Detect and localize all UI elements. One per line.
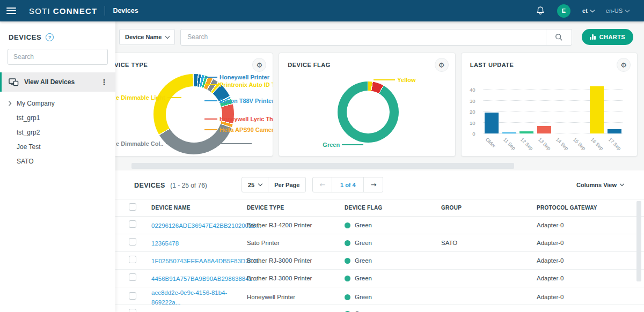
bar-11-sep xyxy=(502,132,516,133)
callout-label: e Dimmable Light xyxy=(116,94,165,101)
kebab-menu-icon[interactable]: ⋮ xyxy=(98,78,110,86)
device-type-cell: Brother RJ-4200 Printer xyxy=(247,222,345,228)
bar-chart-icon xyxy=(590,34,596,40)
row-checkbox[interactable] xyxy=(129,256,136,263)
callout-leader-line xyxy=(204,118,217,120)
devices-table-panel: DEVICES (1 - 25 of 76) 25 Per Page ← 1 o… xyxy=(115,170,644,312)
chevron-right-icon[interactable] xyxy=(7,101,11,105)
x-axis-tick: 16 Sep xyxy=(590,137,604,151)
sidebar-item-sato[interactable]: SATO xyxy=(0,154,115,168)
donut-callout: Hella APS90 Camera xyxy=(204,127,273,133)
column-header-device-type[interactable]: DEVICE TYPE xyxy=(247,205,345,211)
protocol-gateway-cell: Adapter-0 xyxy=(537,294,644,300)
donut-callout: Epson T88V Printer xyxy=(204,98,273,104)
row-checkbox[interactable] xyxy=(129,273,136,281)
brand-connect: CONNECT xyxy=(53,6,98,16)
callout-leader-line xyxy=(204,77,217,78)
table-record-count: (1 - 25 of 76) xyxy=(170,182,207,189)
bar-12-sep xyxy=(519,131,533,133)
device-name-link[interactable]: 12365478 xyxy=(151,240,179,247)
table-row[interactable]: 1F025B0743EEEAA8A4DB5F83D2CD...Brother R… xyxy=(115,252,644,270)
column-header-device-flag[interactable]: DEVICE FLAG xyxy=(345,205,441,211)
device-name-link[interactable]: 1F025B0743EEEAA8A4DB5F83D2CD... xyxy=(151,258,263,264)
prev-page-button[interactable]: ← xyxy=(313,177,332,192)
gear-icon[interactable]: ⚙ xyxy=(252,58,266,72)
device-name-link[interactable]: 4456B91A757BA9B90AB298638841... xyxy=(151,276,258,282)
last-update-card: LAST UPDATE ⚙ 010203040Older11 Sep12 Sep… xyxy=(461,53,638,157)
protocol-gateway-cell: Adapter-0 xyxy=(537,257,644,264)
gear-icon[interactable]: ⚙ xyxy=(617,58,631,72)
flag-dot-icon xyxy=(345,258,350,264)
user-menu[interactable]: et xyxy=(582,8,594,14)
column-header-group[interactable]: GROUP xyxy=(441,205,537,211)
card-title-last-update: LAST UPDATE xyxy=(470,62,514,68)
search-submit-button[interactable] xyxy=(546,29,572,45)
column-header-protocol-gateway[interactable]: PROTOCOL GATEWAY xyxy=(537,205,644,211)
table-row[interactable]: 12365478Sato PrinterGreenSATOAdapter-0 xyxy=(115,234,644,252)
donut-callout: Printronix Auto ID T.. xyxy=(204,81,273,88)
group-cell: SATO xyxy=(441,240,537,246)
row-checkbox[interactable] xyxy=(129,292,136,300)
x-axis-tick: 13 Sep xyxy=(537,137,552,151)
avatar[interactable]: E xyxy=(557,4,570,18)
tree-item-label: My Company xyxy=(17,100,55,107)
device-type-cell: Brother RJ-3000 Printer xyxy=(247,275,345,281)
column-header-device-name[interactable]: DEVICE NAME xyxy=(151,205,247,211)
hamburger-menu-icon[interactable] xyxy=(6,8,16,14)
columns-view-label: Columns View xyxy=(576,182,617,188)
device-flag-card: DEVICE FLAG ⚙ YellowGreen xyxy=(279,53,455,157)
callout-leader-line xyxy=(204,129,217,130)
flag-label: Green xyxy=(355,240,372,246)
tree-item-label: tst_grp1 xyxy=(17,114,40,122)
donut-callout: Honeywell Lyric The.. xyxy=(204,116,273,122)
donut-hole xyxy=(347,91,390,133)
help-icon[interactable]: ? xyxy=(46,33,54,41)
filter-dropdown-value: Device Name xyxy=(125,34,162,40)
next-page-button[interactable]: → xyxy=(363,177,383,192)
sidebar: DEVICES ? View All Devices ⋮ My Companyt… xyxy=(0,21,115,312)
language-menu[interactable]: en-US xyxy=(606,8,629,14)
vertical-scrollbar[interactable] xyxy=(636,201,641,281)
flag-label: Green xyxy=(355,275,372,281)
x-axis-tick: 15 Sep xyxy=(572,137,587,151)
columns-view-button[interactable]: Columns View xyxy=(576,182,624,188)
callout-leader-line xyxy=(204,100,217,101)
flag-dot-icon xyxy=(345,240,350,246)
sidebar-item-my-company[interactable]: My Company xyxy=(0,96,115,110)
table-row[interactable]: 4456B91A757BA9B90AB298638841...Brother R… xyxy=(115,270,644,287)
filter-dropdown[interactable]: Device Name xyxy=(119,29,175,45)
last-update-bar-chart: 010203040Older11 Sep12 Sep13 Sep14 Sep15… xyxy=(483,84,623,133)
x-axis-tick: 12 Sep xyxy=(519,137,534,151)
sidebar-item-tst-grp1[interactable]: tst_grp1 xyxy=(0,110,115,125)
per-page-value: 25 xyxy=(248,182,254,188)
sidebar-search-input[interactable] xyxy=(8,49,108,65)
language-label: en-US xyxy=(606,8,623,14)
table-row[interactable]: acc8dd2e-0e9c-4156-81b4-869222a...Honeyw… xyxy=(115,287,644,305)
sidebar-item-joe-test[interactable]: Joe Test xyxy=(0,139,115,154)
table-row[interactable]: 02296126ADE36947E42BB2102002B...Brother … xyxy=(115,217,644,234)
sidebar-item-tst-grp2[interactable]: tst_grp2 xyxy=(0,125,115,139)
sidebar-item-view-all-devices[interactable]: View All Devices ⋮ xyxy=(0,72,115,92)
protocol-gateway-cell: Adapter-0 xyxy=(537,275,644,281)
device-name-link[interactable]: acc8dd2e-0e9c-4156-81b4-869222a... xyxy=(151,289,227,306)
callout-label: Honeywell Printer xyxy=(219,74,269,80)
device-name-link[interactable]: 02296126ADE36947E42BB2102002B... xyxy=(151,222,261,229)
charts-button[interactable]: CHARTS xyxy=(582,29,633,45)
row-checkbox[interactable] xyxy=(129,309,136,312)
search-input[interactable] xyxy=(181,29,546,45)
callout-leader-line xyxy=(342,144,363,145)
notifications-bell-icon[interactable] xyxy=(536,6,545,16)
bar-column: Older xyxy=(483,84,501,133)
row-checkbox[interactable] xyxy=(129,238,136,246)
per-page-select[interactable]: 25 Per Page xyxy=(241,177,306,192)
row-checkbox[interactable] xyxy=(129,220,136,228)
chevron-down-icon xyxy=(590,8,595,12)
select-all-checkbox[interactable] xyxy=(129,203,136,211)
y-axis-tick: 20 xyxy=(470,109,475,115)
gear-icon[interactable]: ⚙ xyxy=(435,58,449,72)
topbar: SOTI CONNECT Devices E et en-US xyxy=(0,0,644,21)
donut-callout: e Dimmable Col.. xyxy=(116,140,252,147)
horizontal-scrollbar[interactable] xyxy=(131,163,514,169)
donut-callout: e Dimmable Light xyxy=(116,94,181,101)
flag-label: Green xyxy=(355,257,372,264)
